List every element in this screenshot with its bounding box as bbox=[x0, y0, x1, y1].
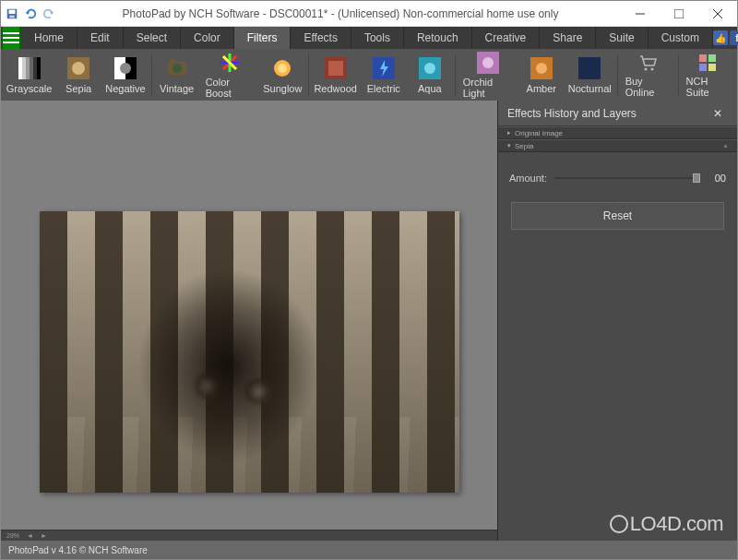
close-button[interactable] bbox=[698, 1, 737, 27]
separator bbox=[617, 54, 618, 95]
svg-rect-13 bbox=[30, 57, 33, 79]
panel-close-icon[interactable]: ✕ bbox=[708, 105, 728, 122]
svg-rect-14 bbox=[33, 57, 37, 79]
filter-grayscale[interactable]: Grayscale bbox=[3, 50, 55, 100]
filter-amber[interactable]: Amber bbox=[518, 50, 565, 100]
tab-retouch[interactable]: Retouch bbox=[404, 27, 472, 49]
layer-delete-icon[interactable]: × bbox=[723, 142, 728, 150]
filter-orchidlight[interactable]: Orchid Light bbox=[458, 50, 518, 100]
svg-point-36 bbox=[645, 67, 648, 70]
amount-slider[interactable] bbox=[554, 177, 696, 179]
maximize-button[interactable] bbox=[660, 1, 698, 27]
minimize-button[interactable] bbox=[621, 1, 660, 27]
zoom-level: 28% bbox=[6, 532, 19, 539]
svg-rect-12 bbox=[26, 57, 30, 79]
status-bar: PhotoPad v 4.16 © NCH Software bbox=[1, 541, 737, 559]
tab-home[interactable]: Home bbox=[21, 27, 77, 49]
tab-tools[interactable]: Tools bbox=[351, 27, 404, 49]
ribbon-label: Electric bbox=[367, 83, 400, 94]
tab-color[interactable]: Color bbox=[181, 27, 234, 49]
canvas[interactable] bbox=[1, 101, 497, 530]
ribbon: Grayscale Sepia Negative Vintage Color bbox=[1, 49, 737, 101]
svg-rect-7 bbox=[3, 32, 19, 34]
grayscale-icon bbox=[18, 56, 42, 80]
layer-original[interactable]: ▸ Original Image bbox=[498, 126, 737, 139]
colorboost-icon bbox=[218, 52, 242, 74]
filter-electric[interactable]: Electric bbox=[361, 50, 407, 100]
window-title: PhotoPad by NCH Software - DSC00011* - (… bbox=[60, 7, 621, 20]
svg-point-20 bbox=[120, 63, 131, 74]
ribbon-label: Orchid Light bbox=[463, 77, 513, 99]
amber-icon bbox=[530, 56, 554, 80]
layer-label: Original Image bbox=[515, 129, 563, 137]
app-menu-button[interactable] bbox=[1, 27, 21, 49]
tab-share[interactable]: Share bbox=[540, 27, 596, 49]
filter-sepia[interactable]: Sepia bbox=[55, 50, 101, 100]
filter-aqua[interactable]: Aqua bbox=[407, 50, 453, 100]
filter-vintage[interactable]: Vintage bbox=[154, 50, 200, 100]
like-icon[interactable]: 👍 bbox=[713, 30, 728, 45]
separator bbox=[308, 54, 309, 95]
tab-creative[interactable]: Creative bbox=[472, 27, 541, 49]
ribbon-label: Color Boost bbox=[206, 77, 254, 99]
svg-rect-1 bbox=[9, 9, 16, 13]
svg-point-25 bbox=[278, 64, 287, 73]
ribbon-label: Buy Online bbox=[625, 76, 671, 98]
filter-colorboost[interactable]: Color Boost bbox=[200, 50, 259, 100]
reset-button[interactable]: Reset bbox=[511, 202, 724, 230]
redo-icon[interactable] bbox=[42, 6, 56, 21]
tab-filters[interactable]: Filters bbox=[234, 27, 292, 49]
svg-rect-41 bbox=[708, 64, 716, 71]
svg-rect-15 bbox=[37, 57, 41, 79]
svg-rect-39 bbox=[708, 54, 716, 62]
facebook-icon[interactable]: f bbox=[730, 30, 738, 45]
tab-edit[interactable]: Edit bbox=[77, 27, 124, 49]
amount-value: 00 bbox=[704, 173, 726, 184]
sepia-icon bbox=[66, 56, 90, 80]
tab-custom[interactable]: Custom bbox=[649, 27, 713, 49]
separator bbox=[678, 54, 679, 95]
nch-suite-button[interactable]: NCH Suite bbox=[681, 50, 735, 100]
nocturnal-icon bbox=[577, 56, 601, 80]
buy-online-button[interactable]: Buy Online bbox=[620, 50, 676, 100]
svg-rect-8 bbox=[3, 37, 19, 39]
save-icon[interactable] bbox=[5, 6, 19, 21]
svg-point-34 bbox=[536, 63, 547, 74]
ribbon-label: Aqua bbox=[418, 83, 442, 94]
ribbon-label: Vintage bbox=[160, 83, 194, 94]
filter-redwood[interactable]: Redwood bbox=[310, 50, 360, 100]
tab-effects[interactable]: Effects bbox=[291, 27, 351, 49]
svg-point-32 bbox=[482, 57, 494, 68]
svg-rect-35 bbox=[578, 57, 601, 79]
watermark-text: LO4D.com bbox=[630, 512, 723, 536]
undo-icon[interactable] bbox=[23, 6, 38, 21]
separator bbox=[455, 54, 456, 95]
filter-sunglow[interactable]: Sunglow bbox=[259, 50, 305, 100]
slider-thumb[interactable] bbox=[693, 173, 700, 183]
sunglow-icon bbox=[270, 56, 294, 80]
svg-rect-11 bbox=[22, 57, 26, 79]
tab-suite[interactable]: Suite bbox=[596, 27, 648, 49]
svg-rect-27 bbox=[328, 61, 343, 76]
svg-point-30 bbox=[424, 63, 435, 74]
watermark: LO4D.com bbox=[610, 512, 723, 536]
status-text: PhotoPad v 4.16 © NCH Software bbox=[8, 545, 148, 555]
tab-select[interactable]: Select bbox=[124, 27, 181, 49]
ribbon-label: Redwood bbox=[314, 83, 356, 94]
ribbon-label: Sepia bbox=[65, 83, 91, 94]
zoom-bar[interactable]: 28% ◄► bbox=[1, 530, 497, 541]
electric-icon bbox=[372, 56, 396, 80]
chevron-down-icon: ▾ bbox=[507, 142, 511, 149]
layer-sepia[interactable]: ▾ Sepia × bbox=[498, 139, 737, 152]
tab-bar: Home Edit Select Color Filters Effects T… bbox=[1, 27, 737, 49]
filter-nocturnal[interactable]: Nocturnal bbox=[565, 50, 615, 100]
suite-icon bbox=[696, 52, 720, 73]
globe-icon bbox=[610, 515, 628, 533]
svg-rect-38 bbox=[699, 54, 707, 62]
layer-label: Sepia bbox=[515, 142, 533, 150]
filter-negative[interactable]: Negative bbox=[101, 50, 149, 100]
photo-image bbox=[40, 211, 459, 493]
svg-rect-9 bbox=[3, 42, 19, 43]
chevron-right-icon: ▸ bbox=[507, 129, 511, 137]
reset-label: Reset bbox=[603, 209, 632, 222]
